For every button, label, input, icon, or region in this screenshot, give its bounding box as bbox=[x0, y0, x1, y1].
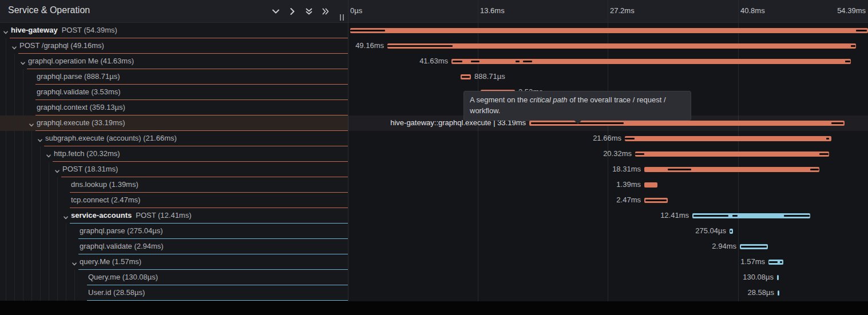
chevron-right-icon[interactable] bbox=[288, 7, 297, 16]
span-duration-label: 1.39ms bbox=[616, 177, 641, 192]
span-row-9[interactable]: http.fetch (20.32ms)20.32ms bbox=[0, 146, 868, 162]
chevron-down-icon[interactable] bbox=[63, 213, 69, 218]
chevron-down-icon[interactable] bbox=[46, 151, 51, 157]
indent-guide bbox=[6, 162, 6, 177]
span-timeline-cell: 49.16ms bbox=[348, 38, 868, 54]
indent-guide bbox=[14, 146, 15, 162]
span-duration-label: 275.04µs bbox=[695, 224, 726, 238]
span-timeline-cell bbox=[348, 23, 868, 38]
indent-guide bbox=[40, 285, 41, 301]
double-chevron-right-icon[interactable] bbox=[321, 7, 330, 16]
span-row-5[interactable]: graphql.validate (3.53ms)3.53ms bbox=[0, 85, 868, 100]
indent-guide bbox=[14, 115, 15, 131]
indent-guide bbox=[31, 162, 32, 177]
span-tree-cell[interactable]: graphql.context (359.13µs) bbox=[0, 100, 348, 115]
span-timeline-cell: 1.57ms bbox=[348, 254, 868, 270]
span-name: graphql.parse (888.71µs) bbox=[37, 69, 120, 84]
span-bar[interactable] bbox=[451, 59, 851, 64]
span-timeline-cell: 18.31ms bbox=[348, 162, 868, 177]
indent-guide bbox=[14, 131, 15, 146]
chevron-down-icon[interactable] bbox=[271, 7, 280, 16]
span-tree-cell[interactable]: hive-gatewayPOST (54.39ms) bbox=[0, 23, 348, 38]
span-bar[interactable] bbox=[644, 182, 657, 188]
indent-guide bbox=[23, 224, 23, 239]
indent-guide bbox=[23, 208, 23, 224]
indent-guide bbox=[40, 146, 41, 162]
span-tree-cell[interactable]: http.fetch (20.32ms) bbox=[0, 146, 348, 162]
indent-guide bbox=[49, 208, 49, 224]
span-duration-label: 41.63ms bbox=[419, 54, 448, 69]
indent-guide bbox=[31, 254, 32, 270]
span-bar[interactable] bbox=[778, 290, 779, 296]
span-tree-cell[interactable]: POST (18.31ms) bbox=[0, 162, 348, 177]
critical-path-segment bbox=[350, 30, 385, 31]
critical-path-segment bbox=[635, 153, 644, 155]
span-row-18[interactable]: User.id (28.58µs)28.58µs bbox=[0, 285, 868, 301]
chevron-down-icon[interactable] bbox=[3, 27, 9, 33]
span-tree-cell[interactable]: graphql.parse (275.04µs) bbox=[0, 224, 348, 239]
span-bar[interactable] bbox=[387, 43, 856, 49]
span-tree-cell[interactable]: graphql.parse (888.71µs) bbox=[0, 69, 348, 85]
span-row-3[interactable]: graphql.operation Me (41.63ms)41.63ms bbox=[0, 54, 868, 69]
critical-path-segment bbox=[810, 169, 819, 170]
critical-path-segment bbox=[625, 138, 635, 139]
span-tree-cell[interactable]: User.id (28.58µs) bbox=[0, 285, 348, 301]
indent-guide bbox=[40, 270, 41, 285]
span-row-10[interactable]: POST (18.31ms)18.31ms bbox=[0, 162, 868, 177]
span-row-11[interactable]: dns.lookup (1.39ms)1.39ms bbox=[0, 177, 868, 193]
span-tree-cell[interactable]: Query.me (130.08µs) bbox=[0, 270, 348, 285]
span-bar[interactable] bbox=[635, 151, 829, 157]
span-row-13[interactable]: service-accountsPOST (12.41ms)12.41ms bbox=[0, 208, 868, 224]
span-tree-cell[interactable]: graphql.validate (2.94ms) bbox=[0, 239, 348, 254]
indent-guide bbox=[14, 285, 15, 301]
span-row-14[interactable]: graphql.parse (275.04µs)275.04µs bbox=[0, 224, 868, 239]
indent-guide bbox=[23, 254, 23, 270]
chevron-down-icon[interactable] bbox=[20, 58, 26, 64]
double-chevron-down-icon[interactable] bbox=[304, 7, 314, 16]
span-tree-cell[interactable]: graphql.validate (3.53ms) bbox=[0, 85, 348, 100]
indent-guide bbox=[23, 85, 23, 100]
span-tree-cell[interactable]: graphql.execute (33.19ms) bbox=[0, 115, 348, 131]
indent-guide bbox=[14, 177, 15, 193]
span-tree-cell[interactable]: subgraph.execute (accounts) (21.66ms) bbox=[0, 131, 348, 146]
span-row-6[interactable]: graphql.context (359.13µs)359.13µs bbox=[0, 100, 868, 115]
span-row-4[interactable]: graphql.parse (888.71µs)888.71µs bbox=[0, 69, 868, 85]
chevron-down-icon[interactable] bbox=[37, 135, 43, 141]
indent-guide bbox=[74, 270, 75, 285]
indent-guide bbox=[14, 208, 15, 224]
span-bar[interactable] bbox=[777, 275, 779, 280]
indent-guide bbox=[14, 193, 15, 208]
indent-guide bbox=[23, 69, 23, 85]
chevron-down-icon[interactable] bbox=[29, 120, 34, 126]
span-row-15[interactable]: graphql.validate (2.94ms)2.94ms bbox=[0, 239, 868, 254]
indent-guide bbox=[6, 270, 6, 285]
chevron-down-icon[interactable] bbox=[72, 259, 77, 265]
span-bar[interactable] bbox=[625, 136, 831, 141]
span-tree-cell[interactable]: graphql.operation Me (41.63ms) bbox=[0, 54, 348, 69]
span-row-2[interactable]: POST /graphql (49.16ms)49.16ms bbox=[0, 38, 868, 54]
span-tree-cell[interactable]: query.Me (1.57ms) bbox=[0, 254, 348, 270]
critical-path-segment bbox=[645, 200, 667, 201]
indent-guide bbox=[6, 193, 6, 208]
indent-guide bbox=[14, 254, 15, 270]
indent-guide bbox=[23, 285, 23, 301]
span-row-8[interactable]: subgraph.execute (accounts) (21.66ms)21.… bbox=[0, 131, 868, 146]
span-tree-cell[interactable]: POST /graphql (49.16ms) bbox=[0, 38, 348, 54]
span-row-17[interactable]: Query.me (130.08µs)130.08µs bbox=[0, 270, 868, 285]
indent-guide bbox=[66, 239, 66, 254]
indent-guide bbox=[31, 131, 32, 146]
chevron-down-icon[interactable] bbox=[54, 166, 60, 172]
indent-guide bbox=[14, 162, 15, 177]
span-tree-cell[interactable]: dns.lookup (1.39ms) bbox=[0, 177, 348, 193]
span-bar[interactable] bbox=[350, 28, 868, 33]
panel-resize-grip[interactable] bbox=[340, 14, 344, 21]
span-row-7[interactable]: graphql.execute (33.19ms)hive-gateway::g… bbox=[0, 115, 868, 131]
span-tree-cell[interactable]: tcp.connect (2.47ms) bbox=[0, 193, 348, 208]
span-row-16[interactable]: query.Me (1.57ms)1.57ms bbox=[0, 254, 868, 270]
indent-guide bbox=[6, 100, 6, 115]
indent-guide bbox=[57, 285, 58, 301]
span-tree-cell[interactable]: service-accountsPOST (12.41ms) bbox=[0, 208, 348, 224]
chevron-down-icon[interactable] bbox=[11, 43, 17, 49]
span-row-12[interactable]: tcp.connect (2.47ms)2.47ms bbox=[0, 193, 868, 208]
span-row-1[interactable]: hive-gatewayPOST (54.39ms) bbox=[0, 23, 868, 38]
